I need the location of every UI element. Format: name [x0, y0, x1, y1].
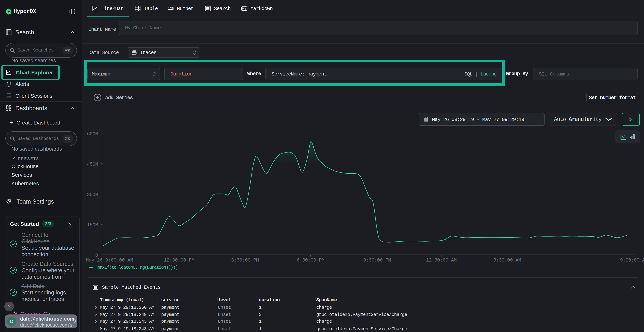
svg-text:9:30:00 PM: 9:30:00 PM [363, 258, 391, 263]
svg-text:6:30:00 PM: 6:30:00 PM [296, 258, 324, 263]
svg-text:600M: 600M [87, 131, 98, 137]
svg-text:300M: 300M [87, 192, 98, 198]
svg-text:450M: 450M [87, 162, 98, 167]
svg-text:3:30:00 AM: 3:30:00 AM [493, 258, 521, 263]
svg-text:3:30:00 PM: 3:30:00 PM [231, 258, 259, 263]
svg-text:12:30:00 AM: 12:30:00 AM [426, 258, 457, 263]
svg-text:May 26 9:00:00 AM: May 26 9:00:00 AM [86, 258, 133, 263]
svg-text:150M: 150M [87, 222, 98, 228]
svg-text:9:00:00 AM: 9:00:00 AM [620, 258, 644, 263]
svg-text:0: 0 [95, 253, 98, 258]
svg-text:12:30:00 PM: 12:30:00 PM [164, 258, 194, 263]
